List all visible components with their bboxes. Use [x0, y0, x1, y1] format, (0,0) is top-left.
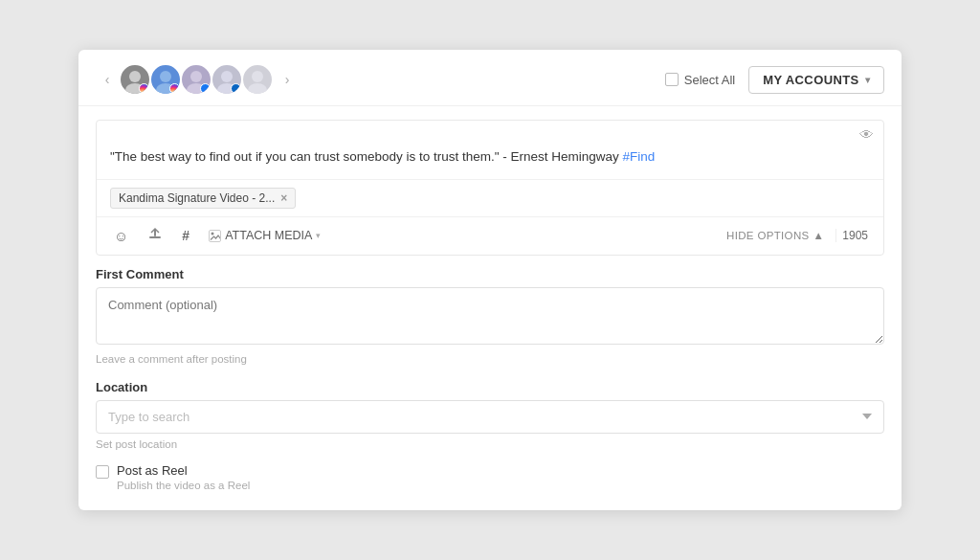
header-right: Select All MY ACCOUNTS ▾: [665, 66, 884, 94]
svg-point-6: [221, 71, 233, 82]
hashtag-link[interactable]: #Find: [623, 149, 656, 164]
my-accounts-chevron: ▾: [865, 75, 870, 85]
header-row: ‹: [78, 50, 902, 106]
svg-point-2: [160, 71, 171, 82]
eye-icon[interactable]: 👁: [859, 126, 874, 143]
avatar-5[interactable]: [241, 63, 274, 96]
emoji-button[interactable]: ☺: [106, 223, 136, 249]
reel-row: Post as Reel Publish the video as a Reel: [96, 454, 884, 495]
select-all-label[interactable]: Select All: [665, 73, 735, 87]
compose-text[interactable]: "The best way to find out if you can tru…: [97, 145, 883, 179]
remove-attachment-button[interactable]: ×: [280, 191, 287, 205]
upload-button[interactable]: [140, 222, 170, 250]
my-accounts-label: MY ACCOUNTS: [763, 73, 858, 87]
main-card: ‹: [78, 50, 902, 510]
select-all-text: Select All: [684, 73, 735, 87]
prev-avatar-arrow[interactable]: ‹: [98, 70, 117, 89]
svg-point-12: [212, 232, 214, 235]
content-area: 👁 "The best way to find out if you can t…: [78, 120, 902, 495]
next-avatar-arrow[interactable]: ›: [278, 70, 297, 89]
reel-sublabel: Publish the video as a Reel: [117, 480, 250, 491]
location-hint: Set post location: [96, 438, 884, 450]
hide-options-chevron: ▲: [813, 230, 825, 241]
attach-media-chevron: ▾: [316, 231, 321, 240]
hashtag-icon: #: [182, 228, 189, 243]
location-label: Location: [96, 380, 884, 394]
eye-icon-row: 👁: [97, 121, 883, 145]
text-compose-box: 👁 "The best way to find out if you can t…: [96, 120, 884, 256]
first-comment-label: First Comment: [96, 267, 884, 281]
attach-media-button[interactable]: ATTACH MEDIA ▾: [201, 224, 328, 247]
reel-label-group: Post as Reel Publish the video as a Reel: [117, 463, 250, 491]
compose-text-content: "The best way to find out if you can tru…: [110, 149, 619, 164]
hashtag-button[interactable]: #: [174, 223, 197, 248]
select-all-checkbox[interactable]: [665, 73, 679, 86]
hide-options-label: HIDE OPTIONS: [726, 230, 810, 241]
accounts-avatars: ‹: [96, 63, 297, 96]
svg-point-4: [190, 71, 202, 82]
first-comment-section: First Comment Leave a comment after post…: [96, 256, 884, 369]
avatar-4[interactable]: [211, 63, 243, 96]
attachment-label: Kandima Signature Video - 2...: [119, 191, 275, 205]
my-accounts-button[interactable]: MY ACCOUNTS ▾: [748, 66, 884, 94]
svg-point-0: [129, 71, 141, 82]
svg-rect-10: [149, 236, 161, 238]
upload-icon: [147, 227, 163, 245]
post-as-reel-checkbox[interactable]: [96, 465, 109, 479]
svg-point-9: [248, 83, 267, 94]
location-section: Location Type to search Set post locatio…: [96, 369, 884, 454]
toolbar-row: ☺ #: [97, 216, 883, 255]
avatar-2[interactable]: [149, 63, 182, 96]
attach-media-icon: [209, 230, 221, 242]
avatar-1[interactable]: [119, 63, 151, 96]
first-comment-hint: Leave a comment after posting: [96, 353, 884, 365]
avatar-3[interactable]: [180, 63, 212, 96]
reel-label: Post as Reel: [117, 463, 250, 478]
location-select[interactable]: Type to search: [96, 400, 884, 434]
first-comment-textarea[interactable]: [96, 287, 884, 345]
emoji-icon: ☺: [114, 228, 128, 244]
char-count: 1905: [835, 229, 874, 242]
svg-point-8: [252, 71, 263, 82]
attachment-tag: Kandima Signature Video - 2... ×: [110, 188, 296, 209]
attach-media-label: ATTACH MEDIA: [225, 229, 312, 242]
attachment-tag-row: Kandima Signature Video - 2... ×: [97, 179, 883, 216]
hide-options-button[interactable]: HIDE OPTIONS ▲: [719, 226, 832, 245]
